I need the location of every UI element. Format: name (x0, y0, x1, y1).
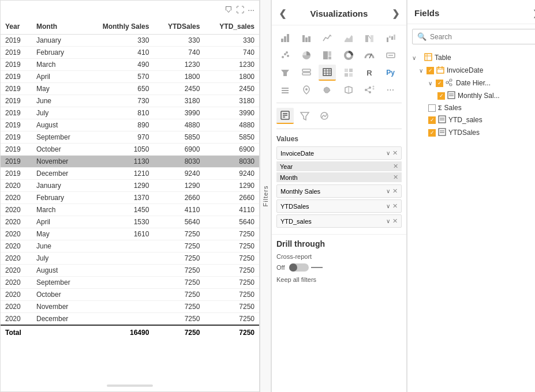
svg-rect-8 (371, 35, 373, 42)
total-label: Total (1, 325, 32, 340)
viz-gauge[interactable] (361, 47, 378, 63)
ytd-sales-chevron[interactable]: ∨ (386, 218, 390, 224)
viz-more[interactable]: ··· (382, 82, 399, 98)
field-label: InvoiceDate (447, 66, 535, 74)
svg-point-60 (446, 81, 448, 84)
field-checkbox[interactable] (428, 116, 436, 124)
viz-table[interactable] (319, 65, 336, 81)
viz-card[interactable] (382, 47, 399, 63)
table-cell: 1610 (85, 228, 154, 240)
field-tree-item[interactable]: ∨Table (407, 51, 535, 64)
year-sub-pill[interactable]: Year ✕ (276, 161, 402, 171)
viz-decomp-tree[interactable] (361, 82, 378, 98)
ytd-sales-pill[interactable]: YTD_sales ∨ ✕ (276, 214, 402, 228)
svg-rect-71 (439, 129, 446, 135)
viz-filter-pane-icon[interactable] (296, 108, 313, 124)
table-row: 2019March49012301230 (1, 59, 259, 71)
table-cell: June (32, 95, 85, 107)
viz-ribbon-chart[interactable] (361, 30, 378, 46)
viz-shape-map[interactable] (340, 82, 357, 98)
field-checkbox[interactable] (436, 80, 443, 87)
expand-arrow[interactable]: ∨ (412, 55, 416, 61)
col-monthly-sales: Monthly Sales (85, 19, 154, 35)
table-cell: 3180 (204, 95, 259, 107)
viz-area-chart[interactable] (340, 30, 357, 46)
search-box[interactable]: 🔍 (412, 29, 535, 44)
table-cell: October (32, 144, 85, 156)
field-tree-item[interactable]: ∨Date Hier...··· (407, 77, 535, 89)
fields-right-arrow[interactable]: ❯ (533, 9, 535, 18)
viz-treemap[interactable] (319, 47, 336, 63)
viz-line-chart[interactable] (319, 30, 336, 46)
right-nav-arrow[interactable]: ❯ (392, 8, 399, 19)
viz-format-icon[interactable] (276, 108, 294, 124)
toggle-thumb (289, 263, 297, 272)
viz-analytics-icon[interactable] (316, 108, 333, 124)
month-sub-pill[interactable]: Month ✕ (276, 172, 402, 182)
field-tree-item[interactable]: YTD_sales (407, 114, 535, 126)
monthly-sales-chevron[interactable]: ∨ (386, 188, 390, 194)
expand-arrow[interactable]: ∨ (419, 67, 423, 74)
table-cell: 4110 (204, 204, 259, 216)
svg-line-63 (448, 81, 450, 82)
ytdsales-pill[interactable]: YTDSales ∨ ✕ (276, 199, 402, 213)
viz-stacked-bar[interactable] (276, 30, 294, 46)
search-input[interactable] (430, 33, 535, 41)
ytdsales-close[interactable]: ✕ (392, 202, 398, 210)
ytdsales-chevron[interactable]: ∨ (386, 203, 390, 209)
invoice-date-chevron[interactable]: ∨ (386, 150, 390, 156)
table-row: 2020April153056405640 (1, 216, 259, 228)
invoice-date-close[interactable]: ✕ (392, 149, 398, 157)
field-checkbox[interactable] (428, 104, 436, 112)
field-tree-item[interactable]: YTDSales (407, 126, 535, 139)
filters-tab[interactable]: Filters (260, 0, 271, 392)
monthly-sales-pill[interactable]: Monthly Sales ∨ ✕ (276, 184, 402, 198)
field-tree-item[interactable]: Monthly Sal... (407, 89, 535, 102)
total-monthly-sales: 16490 (85, 325, 154, 340)
year-close[interactable]: ✕ (393, 163, 398, 170)
ytd-sales-close[interactable]: ✕ (392, 217, 398, 225)
viz-multi-row-card[interactable] (298, 65, 315, 81)
viz-bar-chart[interactable] (298, 30, 315, 46)
table-row: 2020March145041104110 (1, 204, 259, 216)
toggle-track[interactable] (289, 263, 309, 272)
viz-slicer[interactable] (276, 82, 294, 98)
invoice-date-label: InvoiceDate (280, 150, 314, 157)
focus-icon[interactable]: ⛶ (236, 5, 244, 14)
viz-matrix[interactable] (340, 65, 357, 81)
ytd-sales-label: YTD_sales (280, 218, 312, 225)
table-row: 2020July72507250 (1, 252, 259, 265)
field-tree-item[interactable]: ΣSales (407, 102, 535, 114)
table-cell: 8030 (204, 156, 259, 168)
more-options-icon[interactable]: ··· (248, 5, 255, 14)
viz-pie-chart[interactable] (298, 47, 315, 63)
toggle-switch[interactable] (289, 263, 323, 272)
viz-map[interactable] (298, 82, 315, 98)
viz-funnel[interactable] (276, 65, 294, 81)
expand-arrow[interactable]: ∨ (428, 80, 432, 86)
table-cell: 1050 (85, 144, 154, 156)
viz-r-visual[interactable]: R (361, 65, 378, 81)
month-close[interactable]: ✕ (393, 174, 398, 181)
field-tree-item[interactable]: ∨InvoiceDate (407, 64, 535, 77)
viz-scatter[interactable] (276, 47, 294, 63)
svg-rect-9 (387, 37, 388, 42)
svg-rect-12 (394, 35, 395, 40)
viz-python[interactable]: Py (382, 65, 399, 81)
table-cell: 8030 (154, 156, 204, 168)
table-cell: 7250 (204, 240, 259, 252)
field-checkbox[interactable] (437, 92, 445, 100)
viz-filled-map[interactable] (319, 82, 336, 98)
table-row: 2020October72507250 (1, 289, 259, 301)
field-checkbox[interactable] (428, 129, 436, 137)
monthly-sales-close[interactable]: ✕ (392, 187, 398, 195)
filter-icon[interactable]: ⛉ (225, 5, 233, 14)
table-cell: 2019 (1, 47, 32, 59)
drill-through-title: Drill through (276, 239, 402, 248)
viz-waterfall-chart[interactable] (382, 30, 399, 46)
invoice-date-pill[interactable]: InvoiceDate ∨ ✕ (276, 146, 402, 160)
field-checkbox[interactable] (426, 67, 434, 74)
table-cell: May (32, 83, 85, 95)
left-nav-arrow[interactable]: ❮ (279, 8, 286, 19)
viz-donut[interactable] (340, 47, 357, 63)
